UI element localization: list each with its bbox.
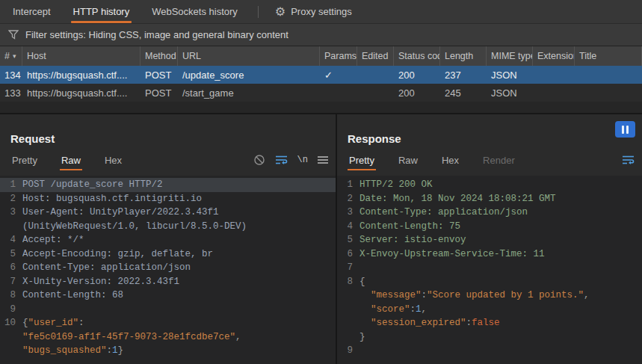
line-number: 2	[0, 192, 22, 206]
editor-line-text: "session_expired":false	[359, 316, 642, 330]
column-header-extension[interactable]: Extension	[533, 46, 575, 66]
cell-params	[320, 84, 357, 102]
column-header-status-code[interactable]: Status code	[394, 46, 440, 66]
line-number: 1	[0, 178, 22, 192]
response-panel: Response PrettyRawHexRender 1HT	[337, 114, 642, 364]
cell-id: 133	[0, 84, 22, 102]
response-editor[interactable]: 1HTTP/2 200 OK2Date: Mon, 18 Nov 2024 18…	[337, 176, 642, 364]
request-editor[interactable]: 1POST /update_score HTTP/22Host: bugsqua…	[0, 176, 336, 364]
cell-host: https://bugsquash.ctf....	[22, 84, 141, 102]
cell-length: 245	[440, 84, 487, 102]
pause-intercept-button[interactable]	[615, 121, 635, 138]
editor-line: 1HTTP/2 200 OK	[337, 178, 642, 192]
tab-hex[interactable]: Hex	[103, 146, 123, 173]
tab-raw[interactable]: Raw	[397, 146, 419, 173]
filter-bar[interactable]: Filter settings: Hiding CSS, image and g…	[0, 24, 642, 46]
cell-method: POST	[141, 84, 178, 102]
history-row-134[interactable]: 134https://bugsquash.ctf....POST/update_…	[0, 66, 642, 84]
line-number: 5	[337, 233, 359, 247]
editor-line: "score":1,	[337, 303, 642, 317]
editor-line-text	[359, 261, 642, 275]
editor-line-text: Accept-Encoding: gzip, deflate, br	[22, 247, 336, 262]
column-header-edited[interactable]: Edited	[357, 46, 394, 66]
tab-websockets-history[interactable]: WebSockets history	[141, 0, 249, 23]
line-number	[337, 289, 359, 303]
cell-title	[575, 84, 642, 102]
proxy-tab-bar: InterceptHTTP historyWebSockets history …	[0, 0, 642, 24]
cell-edited	[357, 66, 394, 84]
editor-line: 4Accept: */*	[0, 233, 336, 247]
line-number	[0, 330, 22, 345]
editor-line-text	[22, 303, 336, 317]
editor-line-text: Date: Mon, 18 Nov 2024 18:08:21 GMT	[359, 192, 642, 206]
column-header-[interactable]: #▾	[0, 46, 22, 66]
editor-line: 9	[0, 303, 336, 317]
line-number: 9	[337, 344, 359, 358]
editor-line-text: }	[359, 330, 642, 345]
history-row-133[interactable]: 133https://bugsquash.ctf....POST/start_g…	[0, 84, 642, 102]
column-header-method[interactable]: Method	[141, 46, 178, 66]
column-header-length[interactable]: Length	[440, 46, 487, 66]
message-editor-area: Request PrettyRawHex	[0, 114, 642, 364]
cell-host: https://bugsquash.ctf....	[22, 66, 141, 84]
editor-line: 2Host: bugsquash.ctf.intigriti.io	[0, 192, 336, 206]
tab-hex[interactable]: Hex	[440, 146, 460, 173]
editor-line: 4Content-Length: 75	[337, 220, 642, 234]
hide-nonprintable-icon[interactable]	[253, 154, 265, 166]
tab-pretty[interactable]: Pretty	[348, 146, 376, 173]
editor-line: (UnityWebRequest/1.0, libcurl/8.5.0-DEV)	[0, 220, 336, 234]
editor-line: 6Content-Type: application/json	[0, 261, 336, 275]
cell-status: 200	[394, 66, 440, 84]
response-tabs-row: PrettyRawHexRender	[348, 146, 635, 173]
line-number: 9	[0, 303, 22, 317]
line-number: 5	[0, 247, 22, 262]
line-number: 3	[0, 206, 22, 220]
tab-raw[interactable]: Raw	[60, 146, 82, 173]
editor-menu-icon[interactable]	[318, 155, 328, 164]
line-number: 7	[0, 275, 22, 289]
line-number: 2	[337, 192, 359, 206]
editor-line-text: Content-Length: 68	[22, 289, 336, 303]
editor-line: "bugs_squashed":1}	[0, 344, 336, 358]
response-panel-title: Response	[348, 132, 642, 145]
editor-line: 5Accept-Encoding: gzip, deflate, br	[0, 247, 336, 262]
line-number: 10	[0, 316, 22, 330]
word-wrap-icon[interactable]	[275, 155, 288, 165]
tab-intercept[interactable]: Intercept	[1, 0, 62, 23]
line-number: 6	[0, 261, 22, 275]
column-header-params[interactable]: Params	[320, 46, 357, 66]
editor-line: "fe5c0169-af1f-45f7-9073-28e1fcdbe7ce",	[0, 330, 336, 345]
column-header-url[interactable]: URL	[178, 46, 320, 66]
editor-line-text: (UnityWebRequest/1.0, libcurl/8.5.0-DEV)	[22, 220, 336, 234]
line-number: 3	[337, 206, 359, 220]
newline-toggle-icon[interactable]: \n	[297, 155, 308, 165]
editor-line: "message":"Score updated by 1 points.",	[337, 289, 642, 303]
line-number: 4	[337, 220, 359, 234]
editor-line-text: "bugs_squashed":1}	[22, 344, 336, 358]
word-wrap-icon[interactable]	[622, 155, 635, 165]
cell-method: POST	[141, 66, 178, 84]
editor-line: }	[337, 330, 642, 345]
column-header-host[interactable]: Host	[22, 46, 141, 66]
editor-line-text: Content-Type: application/json	[359, 206, 642, 220]
request-tabs: PrettyRawHex	[10, 146, 123, 173]
request-tabs-row: PrettyRawHex	[10, 146, 328, 173]
cell-url: /update_score	[178, 66, 320, 84]
tab-bar-separator	[258, 6, 259, 18]
column-header-title[interactable]: Title	[575, 46, 642, 66]
tab-http-history[interactable]: HTTP history	[62, 0, 141, 23]
proxy-settings-button[interactable]: ⚙ Proxy settings	[268, 0, 359, 23]
editor-line-text: X-Unity-Version: 2022.3.43f1	[22, 275, 336, 289]
column-header-mime-type[interactable]: MIME type	[487, 46, 533, 66]
tab-pretty[interactable]: Pretty	[10, 146, 39, 173]
table-empty-area	[0, 102, 642, 113]
burp-proxy-window: InterceptHTTP historyWebSockets history …	[0, 0, 642, 364]
editor-line-text	[359, 344, 642, 358]
editor-line-text: User-Agent: UnityPlayer/2022.3.43f1	[22, 206, 336, 220]
http-history-table: #▾HostMethodURLParamsEditedStatus codeLe…	[0, 46, 642, 102]
editor-line-text: "message":"Score updated by 1 points.",	[359, 289, 642, 303]
proxy-settings-label: Proxy settings	[291, 6, 352, 17]
line-number: 4	[0, 233, 22, 247]
proxy-tabs: InterceptHTTP historyWebSockets history	[1, 0, 249, 23]
tab-render: Render	[481, 146, 516, 173]
